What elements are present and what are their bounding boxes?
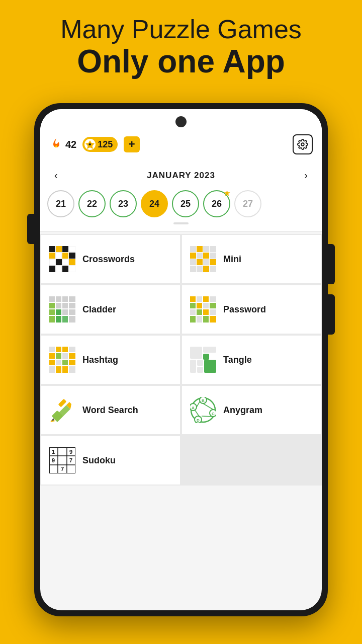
svg-rect-48 [56,316,61,323]
game-card-anygram[interactable]: B C D A [182,386,321,434]
svg-rect-56 [197,303,202,308]
mini-label: Mini [223,254,241,265]
date-21[interactable]: 21 [47,190,74,217]
header-section: Many Puzzle Games Only one App [0,0,362,90]
game-card-wordsearch[interactable]: Word Search [41,386,180,434]
calendar-next-button[interactable]: › [300,168,312,183]
game-card-hashtag[interactable]: Hashtag [41,336,180,384]
svg-rect-12 [56,259,62,265]
settings-button[interactable] [293,134,313,154]
svg-rect-29 [203,259,209,265]
game-card-cladder[interactable]: Cladder [41,285,180,334]
svg-rect-64 [197,316,202,323]
cladder-icon [49,296,75,323]
svg-rect-15 [49,266,55,272]
hashtag-icon [49,347,75,373]
svg-rect-35 [49,296,55,302]
svg-rect-68 [56,347,61,352]
svg-rect-67 [49,347,55,352]
phone-volume-button [27,214,34,244]
game-card-password[interactable]: Password [182,285,321,334]
tangle-icon [190,347,216,373]
svg-rect-63 [190,316,196,323]
streak-count: 42 [65,139,76,150]
game-card-mini[interactable]: Mini [182,235,321,283]
svg-rect-40 [56,303,61,308]
svg-rect-21 [203,246,209,252]
svg-rect-54 [210,296,216,302]
svg-text:D: D [197,418,200,423]
date-24[interactable]: 24 [141,190,168,217]
date-25[interactable]: 25 [172,190,199,217]
svg-rect-20 [197,246,203,252]
svg-text:1: 1 [52,449,55,455]
calendar-dates: 21 22 23 24 25 26 ★ 27 [40,186,322,217]
coin-icon [84,139,96,150]
svg-rect-3 [49,246,55,252]
game-card-sudoku[interactable]: 1 9 9 7 7 Sudoku [41,436,180,485]
svg-rect-47 [49,316,55,323]
svg-rect-72 [56,353,61,359]
calendar-month-title: JANUARY 2023 [147,171,215,181]
svg-rect-57 [203,303,209,308]
svg-rect-42 [69,303,75,308]
date-23[interactable]: 23 [110,190,137,217]
anygram-icon: B C D A [190,397,216,423]
svg-rect-41 [62,303,68,308]
svg-rect-16 [56,266,62,272]
game-card-tangle[interactable]: Tangle [182,336,321,384]
phone-frame: 42 125 + [34,103,328,616]
svg-rect-51 [190,296,196,302]
svg-rect-85 [203,354,209,360]
svg-rect-5 [62,246,68,252]
svg-line-102 [203,404,213,410]
svg-rect-81 [62,366,68,373]
svg-rect-49 [62,316,68,323]
svg-rect-59 [190,309,196,315]
svg-rect-4 [56,246,62,252]
svg-rect-79 [49,366,55,373]
svg-rect-34 [210,266,216,272]
svg-rect-62 [210,309,216,315]
svg-rect-53 [203,296,209,302]
calendar-prev-button[interactable]: ‹ [50,168,62,183]
svg-rect-73 [62,353,68,359]
svg-rect-55 [190,303,196,308]
svg-rect-83 [190,347,202,359]
svg-rect-43 [49,309,55,315]
game-card-crosswords[interactable]: Crosswords [41,235,180,283]
svg-rect-82 [69,366,75,373]
svg-rect-45 [62,309,68,315]
svg-rect-7 [49,253,55,259]
svg-text:9: 9 [69,449,72,455]
svg-text:7: 7 [61,466,64,472]
svg-rect-32 [197,266,203,272]
svg-rect-25 [203,253,209,259]
date-27[interactable]: 27 [234,190,261,217]
svg-rect-65 [203,316,209,323]
svg-rect-84 [203,347,216,353]
tangle-label: Tangle [223,355,252,365]
svg-rect-36 [56,296,61,302]
wordsearch-icon [49,397,75,423]
coin-count: 125 [98,139,113,150]
games-grid: Crosswords [40,234,322,486]
svg-rect-31 [190,266,196,272]
svg-text:9: 9 [52,457,55,463]
cladder-label: Cladder [82,304,116,315]
header-line1: Many Puzzle Games [0,15,362,44]
svg-text:7: 7 [69,457,72,463]
date-22[interactable]: 22 [78,190,106,217]
date-26[interactable]: 26 ★ [203,190,230,217]
svg-rect-13 [62,259,68,265]
scroll-indicator [173,222,189,224]
add-coins-button[interactable]: + [124,136,140,152]
svg-rect-37 [62,296,68,302]
svg-rect-6 [69,246,75,252]
svg-rect-17 [62,266,68,272]
svg-rect-8 [56,253,62,259]
svg-rect-77 [62,360,68,365]
svg-rect-50 [69,316,75,323]
screen-content: 42 125 + [40,109,322,610]
settings-icon [297,139,308,150]
